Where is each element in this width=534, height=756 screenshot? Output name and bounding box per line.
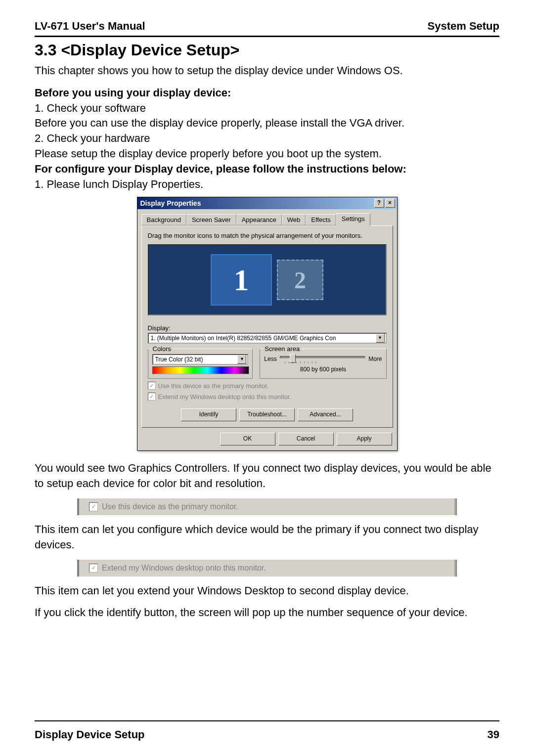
resolution-slider[interactable]: ιιιιιιιιι (280, 354, 365, 364)
extend-desktop-checkbox[interactable]: ✓ (148, 393, 156, 400)
snippet-extend-label: Extend my Windows desktop onto this moni… (102, 564, 266, 573)
advanced-button[interactable]: Advanced... (298, 408, 353, 421)
cancel-button[interactable]: Cancel (278, 433, 334, 445)
primary-monitor-label: Use this device as the primary monitor. (158, 382, 269, 390)
help-button[interactable]: ? (374, 199, 384, 208)
drag-instruction: Drag the monitor icons to match the phys… (148, 232, 387, 239)
para-snippet1: This item can let you configure which de… (35, 522, 499, 553)
snippet-primary-label: Use this device as the primary monitor. (102, 502, 238, 511)
monitor-arrangement[interactable]: 1 2 (148, 244, 387, 315)
dialog-titlebar: Display Properties ? × (137, 197, 397, 209)
dropdown-arrow-icon[interactable]: ▼ (376, 334, 385, 343)
settings-panel: Drag the monitor icons to match the phys… (141, 225, 393, 428)
apply-button[interactable]: Apply (337, 433, 392, 445)
tab-background[interactable]: Background (141, 214, 186, 225)
monitor-2-icon[interactable]: 2 (277, 260, 323, 300)
snippet-primary: ✓ Use this device as the primary monitor… (77, 498, 457, 515)
tab-effects[interactable]: Effects (306, 214, 336, 225)
snippet-extend: ✓ Extend my Windows desktop onto this mo… (77, 560, 457, 577)
before-heading: Before you using your display device: (35, 86, 499, 101)
step1: 1. Check your software (35, 101, 499, 116)
dialog-title: Display Properties (140, 199, 201, 207)
dropdown-arrow-icon[interactable]: ▼ (237, 355, 246, 364)
slider-more-label: More (368, 356, 382, 362)
extend-desktop-label: Extend my Windows desktop onto this moni… (158, 393, 292, 400)
troubleshoot-button[interactable]: Troubleshoot... (239, 408, 295, 421)
footer-left: Display Device Setup (35, 728, 145, 741)
display-dropdown-value: 1. (Multiple Monitors) on Intel(R) 82852… (151, 335, 336, 342)
color-spectrum-bar (152, 366, 250, 374)
footer-rule (35, 720, 499, 721)
config-step1: 1. Please lunch Display Properties. (35, 177, 499, 192)
display-properties-dialog: Display Properties ? × Background Screen… (137, 197, 398, 451)
extend-desktop-checkbox-row: ✓ Extend my Windows desktop onto this mo… (148, 393, 387, 400)
monitor-1-icon[interactable]: 1 (211, 254, 272, 306)
header-rule (35, 36, 499, 37)
snippet-primary-checkbox: ✓ (89, 502, 98, 511)
primary-monitor-checkbox[interactable]: ✓ (148, 382, 156, 390)
slider-less-label: Less (264, 356, 276, 362)
step2: 2. Check your hardware (35, 131, 499, 146)
header-left: LV-671 User's Manual (35, 20, 145, 33)
intro-text: This chapter shows you how to setup the … (35, 63, 499, 79)
ok-button[interactable]: OK (220, 433, 275, 445)
tab-screensaver[interactable]: Screen Saver (186, 214, 236, 225)
tab-strip: Background Screen Saver Appearance Web E… (141, 213, 393, 225)
snippet-extend-checkbox: ✓ (89, 564, 98, 573)
para-after-dialog: You would see two Graphics Controllers. … (35, 461, 499, 491)
screen-area-group: Screen area Less ιιιιιιιιι More 800 by 6… (260, 349, 386, 379)
tab-web[interactable]: Web (282, 214, 306, 225)
close-button[interactable]: × (385, 199, 395, 208)
display-dropdown[interactable]: 1. (Multiple Monitors) on Intel(R) 82852… (148, 333, 387, 344)
header-right: System Setup (428, 20, 500, 33)
display-label: Display: (148, 324, 387, 332)
colors-dropdown-value: True Color (32 bit) (155, 356, 203, 363)
tab-appearance[interactable]: Appearance (236, 214, 282, 225)
section-title: 3.3 <Display Device Setup> (35, 41, 499, 59)
colors-group: Colors True Color (32 bit) ▼ (148, 349, 253, 379)
resolution-value: 800 by 600 pixels (264, 366, 382, 373)
para-identify: If you click the identify button, the sc… (35, 605, 499, 621)
step1-desc: Before you can use the display device pr… (35, 116, 499, 131)
para-snippet2: This item can let you extend your Window… (35, 583, 499, 599)
colors-dropdown[interactable]: True Color (32 bit) ▼ (152, 354, 249, 365)
step2-desc: Please setup the display device properly… (35, 146, 499, 162)
identify-button[interactable]: Identify (181, 408, 236, 421)
primary-monitor-checkbox-row: ✓ Use this device as the primary monitor… (148, 382, 387, 390)
tab-settings[interactable]: Settings (336, 213, 370, 226)
config-heading: For configure your Display device, pleas… (35, 162, 499, 177)
footer-page-number: 39 (488, 728, 499, 741)
colors-group-title: Colors (151, 345, 173, 353)
screen-area-title: Screen area (263, 345, 301, 353)
